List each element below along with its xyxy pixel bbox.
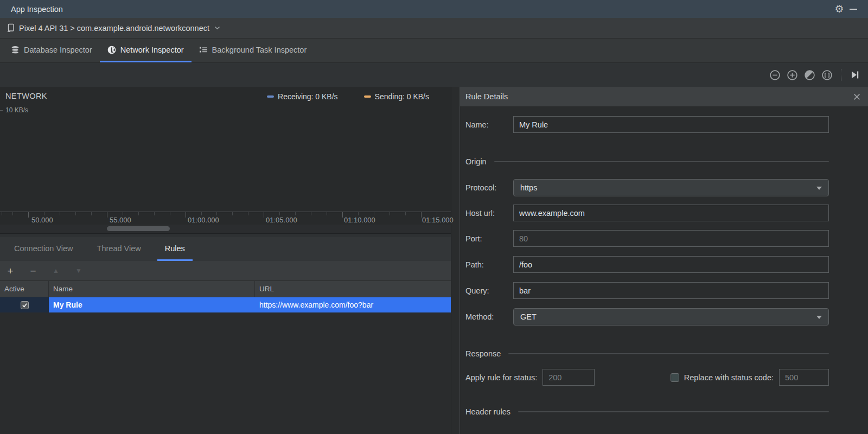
port-row: Port: xyxy=(465,230,829,247)
protocol-label: Protocol: xyxy=(465,183,513,192)
column-header-active[interactable]: Active xyxy=(0,281,49,297)
phone-icon xyxy=(7,23,15,33)
host-input[interactable] xyxy=(513,205,829,221)
toolbar-separator xyxy=(841,69,841,81)
close-icon[interactable] xyxy=(853,93,860,100)
axis-label: 01:05.000 xyxy=(266,216,297,224)
path-row: Path: xyxy=(465,256,829,273)
rule-active-checkbox[interactable] xyxy=(21,301,29,309)
origin-section: Origin xyxy=(465,157,829,166)
column-header-name[interactable]: Name xyxy=(49,281,255,297)
chevron-down-icon xyxy=(214,26,220,30)
method-dropdown[interactable]: GET xyxy=(513,308,829,326)
timeline-toolbar xyxy=(0,63,868,87)
receiving-swatch xyxy=(267,95,274,98)
protocol-dropdown[interactable]: https xyxy=(513,179,829,196)
gear-icon[interactable]: ⚙ xyxy=(832,2,846,16)
axis-label: 01:15.000 xyxy=(422,216,454,224)
tab-background-task-inspector[interactable]: Background Task Inspector xyxy=(192,39,315,62)
tab-rules[interactable]: Rules xyxy=(157,237,193,261)
main-area: NETWORK 10 KB/s Receiving: 0 KB/s Sendin… xyxy=(0,87,868,434)
replace-status-checkbox[interactable] xyxy=(671,373,679,382)
apply-status-label: Apply rule for status: xyxy=(465,373,537,382)
go-live-icon[interactable] xyxy=(850,69,860,80)
port-input[interactable] xyxy=(513,230,829,247)
column-header-url[interactable]: URL xyxy=(255,281,451,297)
tab-label: Background Task Inspector xyxy=(212,46,307,54)
status-row: Apply rule for status: Replace with stat… xyxy=(465,369,829,386)
rules-toolbar: + − ▲ ▼ xyxy=(0,261,451,281)
legend-receiving: Receiving: 0 KB/s xyxy=(267,92,338,101)
pane-divider xyxy=(0,233,451,237)
remove-rule-button[interactable]: − xyxy=(28,266,38,276)
axis-label: 01:00.000 xyxy=(188,216,219,224)
y-axis-label: 10 KB/s xyxy=(5,106,28,114)
tab-label: Database Inspector xyxy=(24,46,92,54)
move-up-button[interactable]: ▲ xyxy=(51,267,61,274)
task-list-icon xyxy=(199,46,208,54)
axis-label: 50.000 xyxy=(31,216,53,224)
name-label: Name: xyxy=(465,120,513,129)
axis-label: 55.000 xyxy=(110,216,131,224)
method-label: Method: xyxy=(465,312,513,321)
name-input[interactable] xyxy=(513,116,829,133)
query-input[interactable] xyxy=(513,282,829,299)
sending-swatch xyxy=(364,95,371,98)
tab-connection-view[interactable]: Connection View xyxy=(7,237,81,261)
chart-legend: Receiving: 0 KB/s Sending: 0 KB/s xyxy=(267,92,429,101)
replace-status-input[interactable] xyxy=(779,369,829,386)
rule-name-cell: My Rule xyxy=(49,297,255,312)
panel-title: Rule Details xyxy=(465,92,508,101)
chevron-down-icon xyxy=(816,316,822,319)
minimize-icon[interactable] xyxy=(846,2,860,16)
window-title: App Inspection xyxy=(11,5,63,14)
response-section: Response xyxy=(465,349,829,358)
table-row[interactable]: My Rule https://www.example.com/foo?bar xyxy=(0,297,451,312)
device-process-selector[interactable]: Pixel 4 API 31 > com.example.android.net… xyxy=(0,18,868,39)
zoom-out-icon[interactable] xyxy=(769,69,781,81)
rule-details-pane: Rule Details Name: Origin Protocol: xyxy=(451,87,868,434)
device-process-label: Pixel 4 API 31 > com.example.android.net… xyxy=(19,24,209,33)
add-rule-button[interactable]: + xyxy=(5,266,15,276)
network-pane: NETWORK 10 KB/s Receiving: 0 KB/s Sendin… xyxy=(0,87,451,434)
host-row: Host url: xyxy=(465,205,829,221)
legend-sending: Sending: 0 KB/s xyxy=(364,92,429,101)
protocol-row: Protocol: https xyxy=(465,179,829,196)
rule-active-cell xyxy=(0,297,49,312)
check-icon xyxy=(22,302,28,308)
chart-title: NETWORK xyxy=(5,92,47,100)
zoom-in-icon[interactable] xyxy=(787,69,798,81)
axis-label: 01:10.000 xyxy=(344,216,375,224)
network-timeline-chart[interactable]: NETWORK 10 KB/s Receiving: 0 KB/s Sendin… xyxy=(0,87,451,212)
port-label: Port: xyxy=(465,234,513,243)
chevron-down-icon xyxy=(816,187,822,190)
y-axis-tick xyxy=(0,110,3,111)
tab-label: Network Inspector xyxy=(120,46,184,54)
query-label: Query: xyxy=(465,286,513,295)
path-label: Path: xyxy=(465,260,513,269)
rule-url-cell: https://www.example.com/foo?bar xyxy=(255,297,451,312)
database-icon xyxy=(11,46,20,54)
tab-thread-view[interactable]: Thread View xyxy=(90,237,149,261)
time-axis: 50.000 55.000 01:00.000 01:05.000 01:10.… xyxy=(0,212,451,225)
scrollbar-thumb[interactable] xyxy=(107,226,170,231)
method-row: Method: GET xyxy=(465,308,829,326)
name-row: Name: xyxy=(465,116,829,133)
tab-database-inspector[interactable]: Database Inspector xyxy=(3,39,100,62)
rule-details-form: Name: Origin Protocol: https Host url: xyxy=(460,107,868,416)
table-empty-area xyxy=(0,312,451,434)
major-ticks xyxy=(0,212,451,218)
view-tab-bar: Connection View Thread View Rules xyxy=(0,237,451,261)
move-down-button[interactable]: ▼ xyxy=(74,267,84,274)
zoom-to-selection-icon[interactable] xyxy=(821,69,833,81)
inspector-tab-bar: Database Inspector Network Inspector Bac… xyxy=(0,39,868,63)
host-label: Host url: xyxy=(465,209,513,218)
replace-status-label: Replace with status code: xyxy=(684,373,774,382)
header-rules-section: Header rules xyxy=(465,407,829,416)
rule-details-header: Rule Details xyxy=(460,87,868,107)
rules-table-header: Active Name URL xyxy=(0,281,451,297)
reset-zoom-icon[interactable] xyxy=(804,69,815,81)
tab-network-inspector[interactable]: Network Inspector xyxy=(100,39,192,62)
path-input[interactable] xyxy=(513,256,829,273)
apply-status-input[interactable] xyxy=(542,369,595,386)
